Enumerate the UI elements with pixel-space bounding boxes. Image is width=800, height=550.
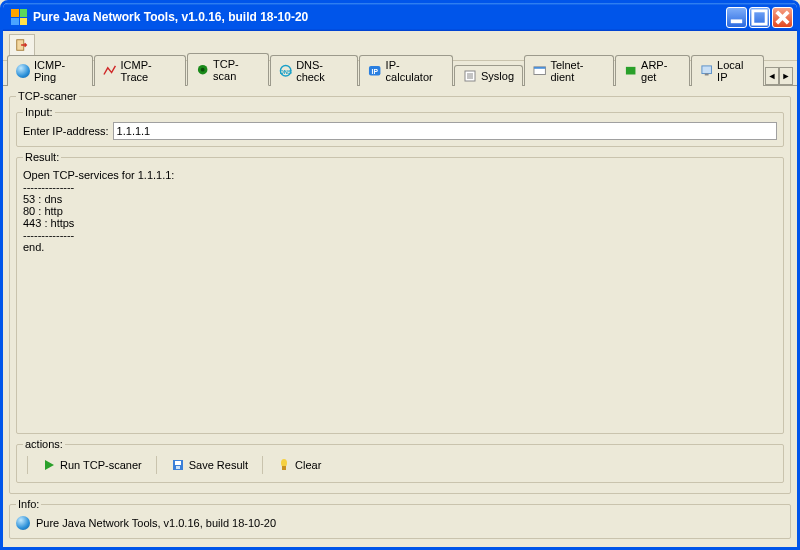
tab-syslog[interactable]: Syslog [454, 65, 523, 86]
tab-ip-calculator[interactable]: IP IP-calculator [359, 55, 453, 86]
play-icon [42, 458, 56, 472]
tab-label: ARP-get [641, 59, 681, 83]
ip-icon: IP [368, 64, 381, 78]
svg-point-24 [281, 459, 287, 467]
tcp-scaner-legend: TCP-scaner [16, 90, 79, 102]
tab-content: TCP-scaner Input: Enter IP-address: Resu… [3, 85, 797, 547]
tab-dns-check[interactable]: DNS DNS-check [270, 55, 358, 86]
input-group: Input: Enter IP-address: [16, 106, 784, 147]
tab-label: Local IP [717, 59, 755, 83]
tab-label: Telnet-dient [550, 59, 604, 83]
globe-icon [16, 64, 30, 78]
info-group: Info: Pure Java Network Tools, v1.0.16, … [9, 498, 791, 539]
tab-label: Syslog [481, 70, 514, 82]
ip-input[interactable] [113, 122, 777, 140]
info-text: Pure Java Network Tools, v1.0.16, build … [36, 517, 276, 529]
tab-label: TCP-scan [213, 58, 260, 82]
arp-icon [624, 64, 637, 78]
save-label: Save Result [189, 459, 248, 471]
tab-label: DNS-check [296, 59, 349, 83]
tcp-scaner-group: TCP-scaner Input: Enter IP-address: Resu… [9, 90, 791, 494]
app-window: Pure Java Network Tools, v1.0.16, build … [0, 0, 800, 550]
actions-group: actions: Run TCP-scaner Save Result [16, 438, 784, 483]
titlebar[interactable]: Pure Java Network Tools, v1.0.16, build … [3, 3, 797, 31]
telnet-icon [533, 64, 546, 78]
clear-icon [277, 458, 291, 472]
run-label: Run TCP-scaner [60, 459, 142, 471]
svg-point-6 [200, 68, 204, 72]
tab-scroll-right[interactable]: ► [779, 67, 793, 85]
window-title: Pure Java Network Tools, v1.0.16, build … [31, 10, 726, 24]
result-legend: Result: [23, 151, 61, 163]
globe-icon [16, 516, 30, 530]
tab-arp-get[interactable]: ARP-get [615, 55, 690, 86]
app-icon [11, 9, 27, 25]
save-icon [171, 458, 185, 472]
exit-button[interactable] [9, 34, 35, 56]
tab-icmp-trace[interactable]: ICMP-Trace [94, 55, 186, 86]
svg-rect-25 [282, 466, 286, 470]
separator [156, 456, 157, 474]
svg-rect-22 [175, 461, 181, 465]
tab-local-ip[interactable]: Local IP [691, 55, 764, 86]
dns-icon: DNS [279, 64, 292, 78]
tab-label: IP-calculator [386, 59, 444, 83]
close-button[interactable] [772, 7, 793, 28]
svg-text:DNS: DNS [279, 69, 291, 75]
svg-text:IP: IP [372, 68, 379, 75]
svg-rect-16 [534, 67, 545, 69]
clear-button[interactable]: Clear [269, 456, 329, 474]
tab-scroll-left[interactable]: ◄ [765, 67, 779, 85]
syslog-icon [463, 69, 477, 83]
separator [27, 456, 28, 474]
svg-rect-1 [753, 10, 766, 23]
actions-legend: actions: [23, 438, 65, 450]
trace-icon [103, 64, 116, 78]
tab-label: ICMP-Trace [121, 59, 177, 83]
scan-icon [196, 63, 209, 77]
svg-rect-19 [704, 74, 708, 76]
run-button[interactable]: Run TCP-scaner [34, 456, 150, 474]
tab-telnet-client[interactable]: Telnet-dient [524, 55, 614, 86]
result-output[interactable]: Open TCP-services for 1.1.1.1: ---------… [23, 167, 777, 427]
result-group: Result: Open TCP-services for 1.1.1.1: -… [16, 151, 784, 434]
svg-marker-20 [45, 460, 54, 470]
minimize-button[interactable] [726, 7, 747, 28]
clear-label: Clear [295, 459, 321, 471]
save-button[interactable]: Save Result [163, 456, 256, 474]
localip-icon [700, 64, 713, 78]
info-legend: Info: [16, 498, 41, 510]
svg-rect-18 [702, 66, 712, 74]
svg-rect-23 [176, 466, 180, 469]
tab-icmp-ping[interactable]: ICMP-Ping [7, 55, 93, 86]
tab-label: ICMP-Ping [34, 59, 84, 83]
tab-bar: ICMP-Ping ICMP-Trace TCP-scan DNS DNS-ch… [3, 61, 797, 85]
separator [262, 456, 263, 474]
ip-input-label: Enter IP-address: [23, 125, 109, 137]
input-legend: Input: [23, 106, 55, 118]
tab-tcp-scan[interactable]: TCP-scan [187, 53, 269, 86]
svg-rect-17 [626, 67, 636, 75]
maximize-button[interactable] [749, 7, 770, 28]
